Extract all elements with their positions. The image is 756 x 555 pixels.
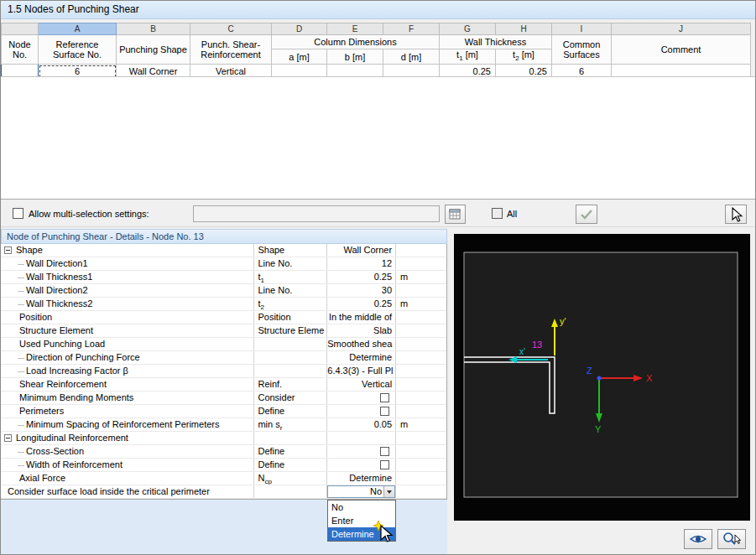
col-letter-a[interactable]: A <box>39 23 117 35</box>
model-viewport[interactable]: y' x' 13 X Y Z <box>454 234 750 521</box>
header-b: b [m] <box>327 49 383 65</box>
detail-row-wall-thickness2: Wall Thickness2 t2 0.25 m <box>1 298 446 311</box>
row-label: Consider surface load inside the critica… <box>1 485 253 498</box>
row-label: Structure Element <box>1 324 253 337</box>
define-perimeters-checkbox[interactable] <box>380 407 389 416</box>
multiselect-bar: Allow multi-selection settings: All <box>1 199 755 227</box>
view-toolbar <box>684 529 746 549</box>
detail-row-consider-surface-load: Consider surface load inside the critica… <box>1 485 446 499</box>
row-label: Wall Direction1 <box>1 257 253 270</box>
details-grid: Shape Shape Wall Corner Wall Direction1 … <box>1 244 447 500</box>
col-letter-i[interactable]: I <box>552 23 612 35</box>
surface-load-combo[interactable]: No <box>327 485 395 498</box>
row-value[interactable]: Smoothed shea <box>326 338 395 350</box>
row-label: Direction of Punching Force <box>1 351 253 364</box>
header-column-dimensions: Column Dimensions <box>272 35 440 49</box>
row-label: Used Punching Load <box>1 338 253 350</box>
row-value[interactable]: Wall Corner <box>326 244 395 257</box>
col-letter-e[interactable]: E <box>327 23 383 35</box>
details-header: Node of Punching Shear - Details - Node … <box>1 229 447 244</box>
row-label: Shear Reinforcement <box>1 378 253 391</box>
define-cross-section-checkbox[interactable] <box>380 447 389 456</box>
row-value[interactable]: 0.25 <box>326 271 395 283</box>
header-reference-surface: Reference Surface No. <box>39 35 117 65</box>
col-letter-j[interactable]: J <box>612 23 751 35</box>
multiselect-input[interactable] <box>193 205 440 222</box>
punching-shear-dialog: 1.5 Nodes of Punching Shear A B C D E F … <box>0 0 756 555</box>
model-view-svg: y' x' 13 X Y Z <box>454 234 750 521</box>
row-label: Longitudinal Reinforcement <box>16 433 128 443</box>
detail-row-direction-of-punching-force: Direction of Punching Force Determine <box>1 351 446 365</box>
table-arrow-icon <box>449 209 462 220</box>
detail-row-used-punching-load: Used Punching Load Smoothed shea <box>1 338 446 351</box>
apply-settings-button[interactable] <box>445 205 466 224</box>
detail-row-minimum-spacing: Minimum Spacing of Reinforcement Perimet… <box>1 418 446 432</box>
all-checkbox-label: All <box>507 209 517 220</box>
header-node-no: Node No. <box>2 35 39 65</box>
detail-row-shape: Shape Shape Wall Corner <box>1 244 446 257</box>
pick-nodes-button[interactable] <box>725 205 747 224</box>
node-number-label: 13 <box>532 340 542 350</box>
all-checkbox[interactable] <box>492 208 503 219</box>
chevron-down-icon[interactable] <box>383 486 394 497</box>
zoom-select-button[interactable] <box>717 529 746 549</box>
punching-nodes-table: A B C D E F G H I J Node No. Reference S… <box>1 23 751 78</box>
x-axis-label: X <box>646 373 653 383</box>
slab-outline <box>464 252 738 497</box>
dropdown-option-no[interactable]: No <box>328 501 395 514</box>
header-wall-thickness: Wall Thickness <box>440 35 552 49</box>
header-t1: t1 [m] <box>440 49 496 65</box>
detail-row-shear-reinforcement: Shear Reinforcement Reinf. Vertical <box>1 378 446 392</box>
col-letter-h[interactable]: H <box>496 23 552 35</box>
row-value[interactable]: 6.4.3(3) - Full Pl <box>326 365 395 377</box>
header-a: a [m] <box>272 49 327 65</box>
define-width-checkbox[interactable] <box>380 460 389 469</box>
row-value[interactable]: Slab <box>326 324 395 337</box>
row-value[interactable]: 12 <box>326 257 395 270</box>
detail-row-longitudinal-reinforcement: Longitudinal Reinforcement <box>1 432 446 445</box>
detail-row-position: Position Position In the middle of <box>1 311 446 324</box>
local-y-axis-label: y' <box>560 316 566 326</box>
col-letter-b[interactable]: B <box>117 23 190 35</box>
row-label: Width of Reinforcement <box>1 459 253 471</box>
row-value[interactable]: Determine <box>326 351 395 364</box>
row-label: Wall Thickness1 <box>1 271 253 283</box>
allow-multiselect-label: Allow multi-selection settings: <box>29 209 149 220</box>
collapse-icon[interactable] <box>4 434 12 442</box>
row-value[interactable]: In the middle of <box>326 311 395 324</box>
header-t2: t2 [m] <box>496 49 552 65</box>
mouse-cursor-icon <box>371 519 398 546</box>
col-letter-c[interactable]: C <box>190 23 272 35</box>
header-shear-reinforcement: Punch. Shear-Reinforcement <box>190 35 272 65</box>
col-letter-f[interactable]: F <box>383 23 440 35</box>
row-label: Axial Force <box>1 472 253 485</box>
col-letter-d[interactable]: D <box>272 23 327 35</box>
table-empty-area <box>1 76 755 199</box>
col-letter-corner <box>2 23 39 35</box>
apply-check-button[interactable] <box>576 205 597 224</box>
row-value[interactable]: 30 <box>326 284 395 297</box>
pick-pointer-icon <box>728 207 743 222</box>
z-axis-label: Z <box>587 366 592 376</box>
window-title: 1.5 Nodes of Punching Shear <box>1 1 755 19</box>
row-value[interactable]: 0.05 <box>326 418 395 431</box>
local-x-axis-label: x' <box>519 347 525 356</box>
row-label: Cross-Section <box>1 445 253 458</box>
header-common-surfaces: Common Surfaces <box>552 35 612 65</box>
checkmark-icon <box>580 209 593 220</box>
row-value[interactable]: 0.25 <box>326 298 395 310</box>
view-button[interactable] <box>684 529 712 549</box>
row-value[interactable]: Vertical <box>326 378 395 391</box>
collapse-icon[interactable] <box>4 246 12 254</box>
detail-row-minimum-bending-moments: Minimum Bending Moments Consider <box>1 392 446 405</box>
detail-row-width-of-reinforcement: Width of Reinforcement Define <box>1 459 446 472</box>
allow-multiselect-checkbox[interactable] <box>13 208 23 219</box>
row-value[interactable]: Determine <box>326 472 395 485</box>
row-label: Shape <box>16 245 43 255</box>
row-label: Wall Thickness2 <box>1 298 253 310</box>
eye-icon <box>689 533 707 545</box>
header-comment: Comment <box>612 35 751 65</box>
consider-checkbox[interactable] <box>380 393 389 402</box>
row-label: Minimum Bending Moments <box>1 392 253 404</box>
col-letter-g[interactable]: G <box>440 23 496 35</box>
